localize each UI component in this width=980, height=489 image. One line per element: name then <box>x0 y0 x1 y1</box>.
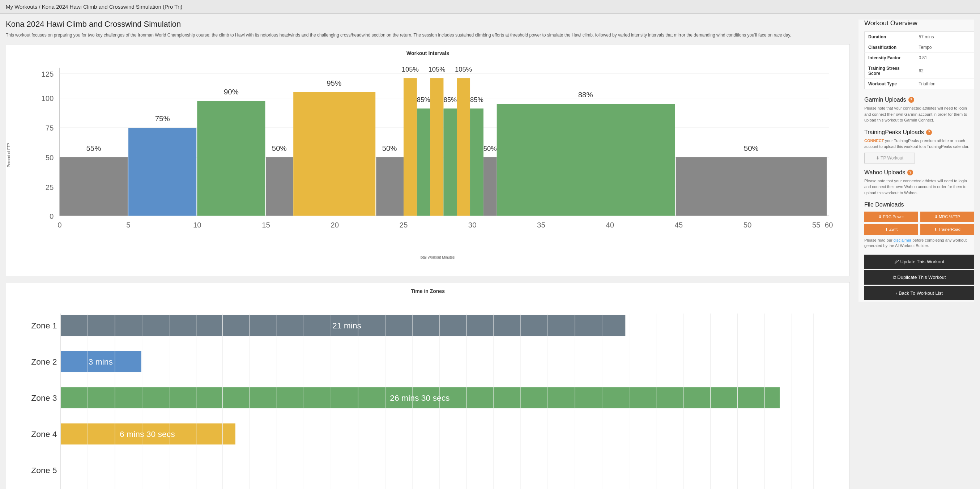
svg-text:25: 25 <box>46 183 54 191</box>
svg-text:85%: 85% <box>443 96 457 104</box>
svg-text:50%: 50% <box>484 145 497 152</box>
bar-10 <box>676 157 827 216</box>
back-to-list-button[interactable]: ‹ Back To Workout List <box>864 286 974 300</box>
trainingpeaks-title: TrainingPeaks Uploads ? <box>864 129 974 135</box>
svg-text:0: 0 <box>49 212 54 220</box>
disclaimer-link[interactable]: disclaimer <box>894 238 912 242</box>
svg-text:55: 55 <box>812 221 821 229</box>
zones-svg: Zone 1 21 mins Zone 2 3 mins Zone 3 26 m… <box>16 298 844 489</box>
if-value: 0.81 <box>915 53 974 63</box>
file-downloads-title: File Downloads <box>864 201 974 208</box>
tss-value: 62 <box>915 63 974 79</box>
duplicate-workout-button[interactable]: ⧉ Duplicate This Workout <box>864 270 974 285</box>
trainingpeaks-section: TrainingPeaks Uploads ? CONNECT your Tra… <box>864 129 974 164</box>
bar-1 <box>60 157 128 216</box>
type-value: Triathlon <box>915 79 974 89</box>
svg-text:100: 100 <box>41 94 54 102</box>
bar-5 <box>293 92 375 216</box>
svg-text:0: 0 <box>57 221 62 229</box>
bar-3 <box>197 101 265 215</box>
wahoo-help-icon[interactable]: ? <box>907 170 913 175</box>
garmin-section: Garmin Uploads ? Please note that your c… <box>864 97 974 123</box>
intervals-y-label: Percent of FTP <box>7 143 11 167</box>
svg-text:90%: 90% <box>224 88 239 96</box>
svg-text:10: 10 <box>193 221 201 229</box>
bar-7a <box>404 78 417 215</box>
svg-text:55%: 55% <box>86 144 101 152</box>
zwift-btn[interactable]: ⬇ Zwift <box>864 224 918 235</box>
type-label: Workout Type <box>865 79 915 89</box>
svg-text:30: 30 <box>468 221 477 229</box>
duration-value: 57 mins <box>915 32 974 42</box>
svg-text:45: 45 <box>675 221 683 229</box>
svg-text:25: 25 <box>399 221 408 229</box>
svg-text:125: 125 <box>41 70 54 78</box>
svg-text:50: 50 <box>743 221 752 229</box>
svg-text:Zone 4: Zone 4 <box>31 429 57 439</box>
svg-text:20: 20 <box>331 221 339 229</box>
overview-table: Duration 57 mins Classification Tempo In… <box>864 32 974 89</box>
wahoo-title: Wahoo Uploads ? <box>864 169 974 176</box>
tp-workout-button[interactable]: ⬇ TP Workout <box>864 153 915 164</box>
intervals-chart: Workout Intervals Percent of FTP 0 25 50… <box>6 44 850 276</box>
zones-chart-title: Time in Zones <box>12 288 844 294</box>
update-workout-button[interactable]: 🖊 Update This Workout <box>864 255 974 269</box>
svg-text:3 mins: 3 mins <box>89 357 113 366</box>
erg-power-btn[interactable]: ⬇ ERG Power <box>864 212 918 222</box>
garmin-note: Please note that your connected athletes… <box>864 105 974 123</box>
svg-text:85%: 85% <box>417 96 430 104</box>
tss-label: Training Stress Score <box>865 63 915 79</box>
svg-text:15: 15 <box>262 221 270 229</box>
svg-text:105%: 105% <box>455 65 472 73</box>
right-panel: Workout Overview Duration 57 mins Classi… <box>859 19 974 302</box>
overview-row: Classification Tempo <box>865 42 974 53</box>
bar-7c <box>430 78 444 215</box>
wahoo-note: Please note that your connected athletes… <box>864 178 974 196</box>
svg-text:75%: 75% <box>155 114 170 123</box>
bar-7b <box>417 108 430 216</box>
overview-row: Intensity Factor 0.81 <box>865 53 974 63</box>
overview-row: Duration 57 mins <box>865 32 974 42</box>
bar-7e <box>457 78 470 215</box>
trainerroad-btn[interactable]: ⬇ TrainerRoad <box>920 224 974 235</box>
trainingpeaks-note: CONNECT your TrainingPeaks premium athle… <box>864 138 974 150</box>
mrc-ftp-btn[interactable]: ⬇ MRC %FTP <box>920 212 974 222</box>
svg-text:105%: 105% <box>402 65 419 73</box>
svg-text:21 mins: 21 mins <box>332 321 361 330</box>
svg-text:50%: 50% <box>272 144 287 152</box>
left-panel: Kona 2024 Hawi Climb and Crosswind Simul… <box>6 19 850 489</box>
bar-4 <box>266 157 294 216</box>
svg-text:50%: 50% <box>744 144 759 152</box>
workout-description: This workout focuses on preparing you fo… <box>6 32 850 38</box>
svg-text:75: 75 <box>46 124 54 132</box>
garmin-help-icon[interactable]: ? <box>908 97 914 103</box>
wahoo-section: Wahoo Uploads ? Please note that your co… <box>864 169 974 196</box>
svg-text:6 mins 30 secs: 6 mins 30 secs <box>120 429 175 439</box>
workout-title: Kona 2024 Hawi Climb and Crosswind Simul… <box>6 19 850 29</box>
intervals-x-label: Total Workout Minutes <box>30 255 844 259</box>
classification-label: Classification <box>865 42 915 53</box>
if-label: Intensity Factor <box>865 53 915 63</box>
svg-text:Zone 5: Zone 5 <box>31 465 57 475</box>
svg-text:Zone 2: Zone 2 <box>31 357 57 366</box>
duration-label: Duration <box>865 32 915 42</box>
bar-7f <box>470 108 484 216</box>
trainingpeaks-connect-link[interactable]: CONNECT <box>864 139 884 143</box>
svg-text:95%: 95% <box>326 79 341 87</box>
bar-2 <box>128 128 196 215</box>
svg-text:35: 35 <box>537 221 545 229</box>
overview-row: Workout Type Triathlon <box>865 79 974 89</box>
svg-text:26 mins 30 secs: 26 mins 30 secs <box>390 393 450 403</box>
classification-value: Tempo <box>915 42 974 53</box>
overview-title: Workout Overview <box>864 19 974 27</box>
download-grid: ⬇ ERG Power ⬇ MRC %FTP ⬇ Zwift ⬇ Trainer… <box>864 212 974 235</box>
bar-9 <box>497 104 675 216</box>
breadcrumb: My Workouts / Kona 2024 Hawi Climb and C… <box>0 0 980 14</box>
svg-text:60: 60 <box>825 221 833 229</box>
svg-text:50%: 50% <box>382 144 397 152</box>
svg-text:Zone 1: Zone 1 <box>31 321 57 330</box>
intervals-svg: 0 25 50 75 100 125 55% <box>30 61 844 253</box>
bar-6 <box>376 157 404 216</box>
overview-row: Training Stress Score 62 <box>865 63 974 79</box>
trainingpeaks-help-icon[interactable]: ? <box>926 129 932 135</box>
